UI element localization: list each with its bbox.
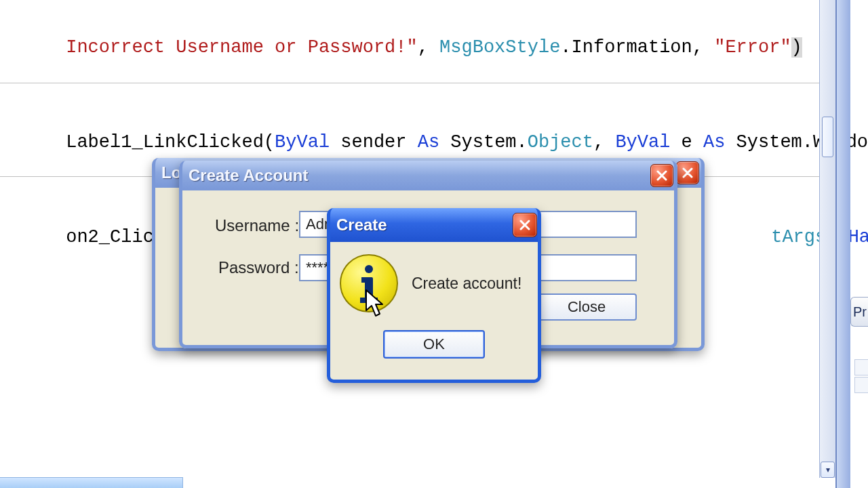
panel-splitter[interactable] [835, 0, 850, 488]
side-panel-tab[interactable]: Pr [850, 297, 868, 327]
window-title: Create Account [189, 166, 308, 185]
username-label: Username : [215, 216, 299, 235]
close-button[interactable]: Close [536, 293, 637, 321]
app-stage: { "code": { "line1": { "str": "Incorrect… [0, 0, 868, 488]
msgbox-message: Create account! [412, 274, 521, 293]
button-label: OK [423, 336, 445, 353]
info-icon [340, 254, 398, 312]
close-button[interactable] [513, 213, 537, 237]
window-body: Create account! OK [330, 242, 538, 380]
titlebar[interactable]: Create [327, 208, 541, 242]
close-icon [519, 219, 531, 231]
divider [0, 83, 821, 83]
close-button[interactable] [650, 164, 673, 187]
password-label: Password : [218, 258, 299, 277]
scroll-down-button[interactable]: ▾ [821, 462, 835, 478]
close-icon [656, 169, 668, 182]
close-button[interactable] [676, 161, 699, 184]
ok-button[interactable]: OK [383, 330, 485, 359]
code-string: Incorrect Username or Password!" [66, 37, 417, 58]
scrollbar-thumb[interactable] [822, 117, 833, 157]
side-grip-icon[interactable] [854, 359, 868, 375]
code-enum-type: MsgBoxStyle [439, 37, 560, 58]
msgbox-window[interactable]: Create Create account! OK [327, 208, 541, 383]
status-bar-fragment [0, 477, 183, 488]
button-label: Close [568, 298, 606, 316]
window-title: Lo [161, 163, 181, 182]
window-title: Create [336, 216, 387, 235]
vertical-scrollbar[interactable]: ▾ [819, 0, 835, 478]
side-grip-icon[interactable] [854, 377, 868, 393]
close-icon [682, 167, 694, 179]
titlebar[interactable]: Create Account [179, 161, 677, 190]
